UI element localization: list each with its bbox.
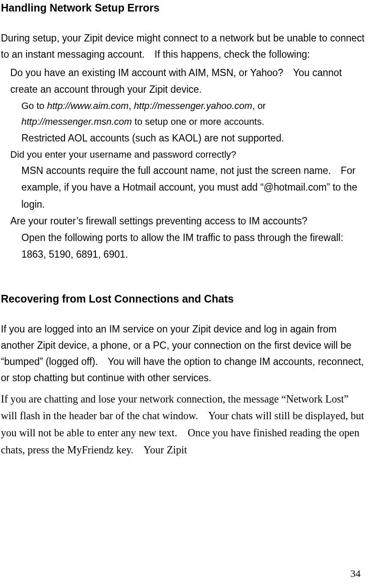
list-subitem-restricted-aol: Restricted AOL accounts (such as KAOL) a… xyxy=(21,130,367,147)
text-goto: Go to xyxy=(21,100,47,111)
list-subitem-msn-accounts: MSN accounts require the full account na… xyxy=(21,162,367,212)
list-item-im-account: Do you have an existing IM account with … xyxy=(10,65,367,98)
list-subitem-setup-accounts: Go to http://www.aim.com, http://messeng… xyxy=(21,98,367,130)
intro-paragraph-1: During setup, your Zipit device might co… xyxy=(1,30,367,63)
page-number: 34 xyxy=(350,568,361,579)
text-or: , or xyxy=(252,100,266,111)
url-yahoo: http://messenger.yahoo.com xyxy=(134,100,252,111)
list-subitem-ports: Open the following ports to allow the IM… xyxy=(21,229,367,263)
document-page: Handling Network Setup Errors During set… xyxy=(0,0,370,588)
text-setup-accounts: to setup one or more accounts. xyxy=(132,116,264,127)
list-item-username-password: Did you enter your username and password… xyxy=(10,147,367,162)
intro-paragraph-2: If you are logged into an IM service on … xyxy=(1,321,367,386)
url-aim: http://www.aim.com xyxy=(47,100,129,111)
paragraph-network-lost: If you are chatting and lose your networ… xyxy=(1,391,367,459)
heading-network-setup-errors: Handling Network Setup Errors xyxy=(1,2,367,14)
text-comma-1: , xyxy=(129,100,134,111)
url-msn: http://messenger.msn.com xyxy=(21,116,132,127)
heading-lost-connections: Recovering from Lost Connections and Cha… xyxy=(1,293,367,305)
list-item-firewall: Are your router’s firewall settings prev… xyxy=(10,213,367,229)
